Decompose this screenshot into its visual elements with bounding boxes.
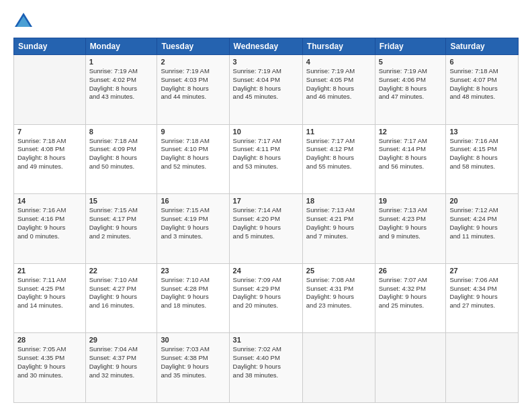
page: Sunday Monday Tuesday Wednesday Thursday… [0,0,532,411]
day-info: Sunrise: 7:02 AM Sunset: 4:40 PM Dayligh… [233,345,299,379]
day-info: Sunrise: 7:06 AM Sunset: 4:34 PM Dayligh… [449,276,515,310]
day-info: Sunrise: 7:17 AM Sunset: 4:14 PM Dayligh… [379,137,443,171]
calendar-cell: 19Sunrise: 7:13 AM Sunset: 4:23 PM Dayli… [375,194,446,264]
calendar-cell: 28Sunrise: 7:05 AM Sunset: 4:35 PM Dayli… [14,333,86,403]
day-number: 15 [89,197,154,205]
day-number: 4 [306,58,371,66]
day-number: 23 [161,267,225,275]
day-number: 24 [233,267,299,275]
col-monday: Monday [85,38,157,55]
day-number: 11 [306,128,371,136]
day-number: 2 [161,58,225,66]
day-number: 28 [17,336,82,344]
calendar-cell: 10Sunrise: 7:17 AM Sunset: 4:11 PM Dayli… [229,124,302,194]
day-info: Sunrise: 7:13 AM Sunset: 4:21 PM Dayligh… [306,206,371,240]
calendar-cell: 16Sunrise: 7:15 AM Sunset: 4:19 PM Dayli… [157,194,229,264]
calendar-cell: 15Sunrise: 7:15 AM Sunset: 4:17 PM Dayli… [85,194,157,264]
col-saturday: Saturday [446,38,519,55]
calendar-week-3: 14Sunrise: 7:16 AM Sunset: 4:16 PM Dayli… [14,194,519,264]
day-info: Sunrise: 7:17 AM Sunset: 4:11 PM Dayligh… [233,137,299,171]
calendar-week-2: 7Sunrise: 7:18 AM Sunset: 4:08 PM Daylig… [14,124,519,194]
day-number: 13 [449,128,515,136]
day-info: Sunrise: 7:10 AM Sunset: 4:28 PM Dayligh… [161,276,225,310]
day-info: Sunrise: 7:19 AM Sunset: 4:04 PM Dayligh… [233,67,299,101]
calendar-cell: 14Sunrise: 7:16 AM Sunset: 4:16 PM Dayli… [14,194,86,264]
calendar-cell: 4Sunrise: 7:19 AM Sunset: 4:05 PM Daylig… [302,55,375,125]
day-number: 21 [17,267,82,275]
calendar-cell [375,333,446,403]
day-number: 12 [379,128,443,136]
day-info: Sunrise: 7:08 AM Sunset: 4:31 PM Dayligh… [306,276,371,310]
calendar-week-1: 1Sunrise: 7:19 AM Sunset: 4:02 PM Daylig… [14,55,519,125]
col-sunday: Sunday [14,38,86,55]
day-number: 7 [17,128,82,136]
logo-icon [13,11,34,31]
calendar-cell: 29Sunrise: 7:04 AM Sunset: 4:37 PM Dayli… [85,333,157,403]
calendar-cell: 6Sunrise: 7:18 AM Sunset: 4:07 PM Daylig… [446,55,519,125]
day-info: Sunrise: 7:05 AM Sunset: 4:35 PM Dayligh… [17,345,82,379]
day-info: Sunrise: 7:12 AM Sunset: 4:24 PM Dayligh… [449,206,515,240]
calendar-cell: 21Sunrise: 7:11 AM Sunset: 4:25 PM Dayli… [14,263,86,333]
day-info: Sunrise: 7:15 AM Sunset: 4:19 PM Dayligh… [161,206,225,240]
calendar-cell: 26Sunrise: 7:07 AM Sunset: 4:32 PM Dayli… [375,263,446,333]
day-info: Sunrise: 7:15 AM Sunset: 4:17 PM Dayligh… [89,206,154,240]
day-number: 6 [449,58,515,66]
day-info: Sunrise: 7:18 AM Sunset: 4:10 PM Dayligh… [161,137,225,171]
calendar-cell: 24Sunrise: 7:09 AM Sunset: 4:29 PM Dayli… [229,263,302,333]
calendar-cell: 20Sunrise: 7:12 AM Sunset: 4:24 PM Dayli… [446,194,519,264]
day-number: 18 [306,197,371,205]
calendar-cell: 13Sunrise: 7:16 AM Sunset: 4:15 PM Dayli… [446,124,519,194]
day-info: Sunrise: 7:19 AM Sunset: 4:06 PM Dayligh… [379,67,443,101]
calendar-cell: 9Sunrise: 7:18 AM Sunset: 4:10 PM Daylig… [157,124,229,194]
calendar-cell: 2Sunrise: 7:19 AM Sunset: 4:03 PM Daylig… [157,55,229,125]
day-number: 25 [306,267,371,275]
calendar-week-5: 28Sunrise: 7:05 AM Sunset: 4:35 PM Dayli… [14,333,519,403]
day-info: Sunrise: 7:14 AM Sunset: 4:20 PM Dayligh… [233,206,299,240]
day-info: Sunrise: 7:19 AM Sunset: 4:02 PM Dayligh… [89,67,154,101]
calendar-cell: 5Sunrise: 7:19 AM Sunset: 4:06 PM Daylig… [375,55,446,125]
col-thursday: Thursday [302,38,375,55]
col-wednesday: Wednesday [229,38,302,55]
day-info: Sunrise: 7:09 AM Sunset: 4:29 PM Dayligh… [233,276,299,310]
calendar-cell: 25Sunrise: 7:08 AM Sunset: 4:31 PM Dayli… [302,263,375,333]
day-number: 14 [17,197,82,205]
header-row: Sunday Monday Tuesday Wednesday Thursday… [14,38,519,55]
col-tuesday: Tuesday [157,38,229,55]
day-info: Sunrise: 7:19 AM Sunset: 4:05 PM Dayligh… [306,67,371,101]
day-info: Sunrise: 7:13 AM Sunset: 4:23 PM Dayligh… [379,206,443,240]
day-number: 17 [233,197,299,205]
day-info: Sunrise: 7:03 AM Sunset: 4:38 PM Dayligh… [161,345,225,379]
day-info: Sunrise: 7:10 AM Sunset: 4:27 PM Dayligh… [89,276,154,310]
day-number: 16 [161,197,225,205]
day-number: 1 [89,58,154,66]
day-info: Sunrise: 7:18 AM Sunset: 4:09 PM Dayligh… [89,137,154,171]
calendar-cell [446,333,519,403]
calendar-cell [14,55,86,125]
day-number: 8 [89,128,154,136]
day-number: 5 [379,58,443,66]
calendar-cell: 30Sunrise: 7:03 AM Sunset: 4:38 PM Dayli… [157,333,229,403]
day-number: 31 [233,336,299,344]
day-number: 27 [449,267,515,275]
calendar-cell [302,333,375,403]
header [13,11,519,31]
day-number: 9 [161,128,225,136]
day-info: Sunrise: 7:07 AM Sunset: 4:32 PM Dayligh… [379,276,443,310]
day-info: Sunrise: 7:16 AM Sunset: 4:15 PM Dayligh… [449,137,515,171]
calendar-cell: 23Sunrise: 7:10 AM Sunset: 4:28 PM Dayli… [157,263,229,333]
calendar-cell: 17Sunrise: 7:14 AM Sunset: 4:20 PM Dayli… [229,194,302,264]
day-info: Sunrise: 7:17 AM Sunset: 4:12 PM Dayligh… [306,137,371,171]
col-friday: Friday [375,38,446,55]
day-info: Sunrise: 7:16 AM Sunset: 4:16 PM Dayligh… [17,206,82,240]
day-number: 19 [379,197,443,205]
day-info: Sunrise: 7:11 AM Sunset: 4:25 PM Dayligh… [17,276,82,310]
calendar-cell: 3Sunrise: 7:19 AM Sunset: 4:04 PM Daylig… [229,55,302,125]
day-info: Sunrise: 7:04 AM Sunset: 4:37 PM Dayligh… [89,345,154,379]
day-info: Sunrise: 7:18 AM Sunset: 4:07 PM Dayligh… [449,67,515,101]
calendar-cell: 8Sunrise: 7:18 AM Sunset: 4:09 PM Daylig… [85,124,157,194]
calendar-cell: 11Sunrise: 7:17 AM Sunset: 4:12 PM Dayli… [302,124,375,194]
calendar-table: Sunday Monday Tuesday Wednesday Thursday… [13,38,519,403]
day-number: 26 [379,267,443,275]
calendar-cell: 7Sunrise: 7:18 AM Sunset: 4:08 PM Daylig… [14,124,86,194]
day-info: Sunrise: 7:19 AM Sunset: 4:03 PM Dayligh… [161,67,225,101]
